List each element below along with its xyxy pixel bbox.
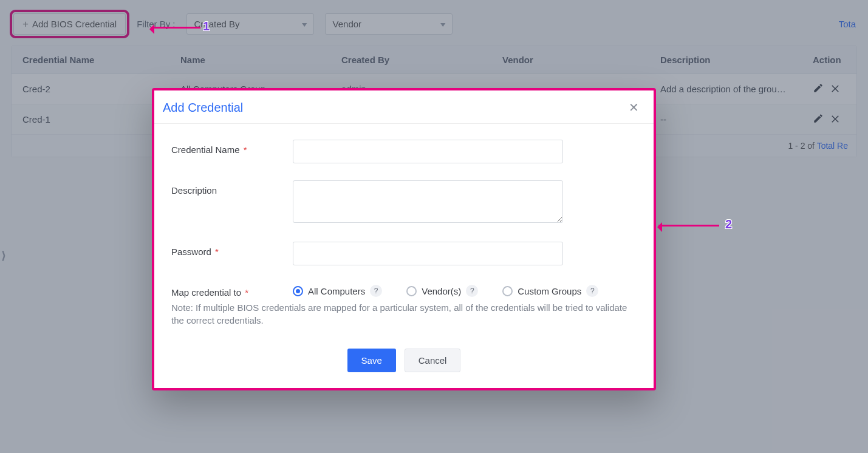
- field-password: Password *: [171, 242, 637, 265]
- radio-all-computers[interactable]: All Computers ?: [293, 285, 382, 297]
- help-icon[interactable]: ?: [466, 285, 478, 297]
- radio-vendors[interactable]: Vendor(s) ?: [406, 285, 478, 297]
- field-map-to: Map credential to * All Computers ? Vend…: [171, 282, 637, 298]
- description-input[interactable]: [293, 180, 563, 223]
- add-credential-modal: Add Credential ✕ Credential Name * Descr…: [152, 88, 656, 390]
- label-password: Password: [171, 247, 211, 257]
- credential-name-input[interactable]: [293, 140, 563, 163]
- password-input[interactable]: [293, 242, 563, 265]
- help-icon[interactable]: ?: [586, 285, 598, 297]
- modal-title: Add Credential: [163, 101, 243, 115]
- map-to-radio-group: All Computers ? Vendor(s) ? Custom Group…: [293, 282, 637, 297]
- field-credential-name: Credential Name *: [171, 140, 637, 163]
- required-mark: *: [244, 145, 247, 155]
- modal-header: Add Credential ✕: [154, 90, 654, 124]
- save-button[interactable]: Save: [347, 349, 396, 372]
- required-mark: *: [245, 287, 248, 298]
- radio-icon: [406, 286, 417, 296]
- field-description: Description: [171, 180, 637, 225]
- radio-custom-label: Custom Groups: [518, 286, 581, 296]
- cancel-button[interactable]: Cancel: [405, 349, 461, 372]
- radio-icon: [293, 286, 303, 296]
- radio-all-label: All Computers: [308, 286, 365, 296]
- label-credential-name: Credential Name: [171, 145, 240, 155]
- required-mark: *: [215, 247, 219, 257]
- modal-actions: Save Cancel: [154, 346, 654, 388]
- label-description: Description: [171, 185, 217, 196]
- label-map-to: Map credential to: [171, 287, 241, 298]
- radio-vendors-label: Vendor(s): [422, 286, 461, 296]
- close-icon[interactable]: ✕: [626, 99, 641, 116]
- radio-custom-groups[interactable]: Custom Groups ?: [502, 285, 598, 297]
- radio-icon: [502, 286, 513, 296]
- note-text: Note: If multiple BIOS credentials are m…: [171, 301, 637, 327]
- help-icon[interactable]: ?: [370, 285, 382, 297]
- modal-body: Credential Name * Description Password *: [154, 124, 654, 346]
